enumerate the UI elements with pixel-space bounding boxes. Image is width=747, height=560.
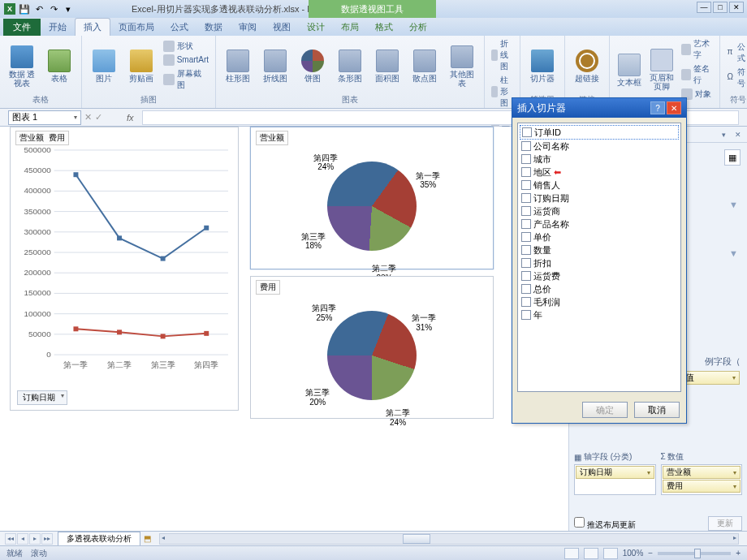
checkbox-icon[interactable] <box>521 141 531 151</box>
close-button[interactable]: ✕ <box>729 2 744 13</box>
line-chart-button[interactable]: 折线图 <box>258 46 292 84</box>
checkbox-icon[interactable] <box>521 245 531 255</box>
slicer-field-item[interactable]: 公司名称 <box>520 140 679 153</box>
pie-chart-button[interactable]: 饼图 <box>296 46 330 84</box>
slicer-field-item[interactable]: 销售人 <box>520 179 679 192</box>
pivot-table-button[interactable]: 数据 透视表 <box>5 42 39 89</box>
tab-design[interactable]: 设计 <box>299 19 333 36</box>
tab-view[interactable]: 视图 <box>265 19 299 36</box>
tab-formula[interactable]: 公式 <box>162 19 196 36</box>
checkbox-icon[interactable] <box>521 167 531 177</box>
zoom-out-button[interactable]: − <box>648 549 653 558</box>
sheet-tab[interactable]: 多透视表联动分析 <box>58 532 140 545</box>
tab-analyze[interactable]: 分析 <box>401 19 435 36</box>
view-pagelayout-button[interactable] <box>584 548 598 559</box>
slicer-field-item[interactable]: 数量 <box>520 243 679 256</box>
save-icon[interactable]: 💾 <box>18 2 31 15</box>
view-normal-button[interactable] <box>564 548 579 559</box>
sheet-nav-last[interactable]: ▸▸ <box>41 533 53 545</box>
scroll-thumb[interactable] <box>403 534 430 544</box>
column-chart-button[interactable]: 柱形图 <box>221 46 255 84</box>
table-button[interactable]: 表格 <box>42 46 76 84</box>
checkbox-icon[interactable] <box>521 232 531 242</box>
checkbox-icon[interactable] <box>521 258 531 268</box>
wordart-button[interactable]: 艺术字 <box>680 37 715 62</box>
filter-icon[interactable]: ▼ <box>729 248 741 260</box>
checkbox-icon[interactable] <box>521 310 531 320</box>
qat-more-icon[interactable]: ▾ <box>62 2 75 15</box>
accept-icon[interactable]: ✓ <box>95 112 102 123</box>
undo-icon[interactable]: ↶ <box>32 2 45 15</box>
area-chart-button[interactable]: 面积图 <box>370 46 404 84</box>
pie-chart-revenue[interactable]: 营业额 第一季35%第二季23%第三季18%第四季24% <box>250 127 494 269</box>
scatter-chart-button[interactable]: 散点图 <box>408 46 442 84</box>
slicer-field-item[interactable]: 总价 <box>520 282 679 295</box>
checkbox-icon[interactable] <box>521 297 531 307</box>
slicer-field-item[interactable]: 产品名称 <box>520 218 679 230</box>
slicer-field-item[interactable]: 毛利润 <box>520 295 679 308</box>
checkbox-icon[interactable] <box>521 154 531 164</box>
tab-insert[interactable]: 插入 <box>75 18 110 36</box>
screenshot-button[interactable]: 屏幕截图 <box>162 67 211 92</box>
dialog-close-button[interactable]: ✕ <box>667 101 681 114</box>
checkbox-icon[interactable] <box>521 284 531 294</box>
defer-layout-checkbox[interactable]: 推迟布局更新 <box>574 517 636 531</box>
slicer-field-item[interactable]: 运货商 <box>520 205 679 218</box>
filter-icon[interactable]: ▼ <box>729 200 741 211</box>
checkbox-icon[interactable] <box>521 271 531 281</box>
tab-home[interactable]: 开始 <box>41 19 75 36</box>
symbol-button[interactable]: Ω符号 <box>725 66 747 90</box>
slicer-field-item[interactable]: 运货费 <box>520 269 679 282</box>
view-pagebreak-button[interactable] <box>603 548 618 559</box>
slicer-button[interactable]: 切片器 <box>525 46 559 84</box>
value-fields-box[interactable]: 营业额费用 <box>661 464 743 495</box>
dialog-titlebar[interactable]: 插入切片器 ? ✕ <box>512 98 686 118</box>
line-chart[interactable]: 营业额费用 0500001000001500002000002500003000… <box>10 127 239 411</box>
pane-gear-icon[interactable]: ▦ <box>724 149 741 166</box>
checkbox-icon[interactable] <box>522 127 532 137</box>
value-field-item[interactable]: 费用 <box>663 480 741 493</box>
pane-close-icon[interactable]: ✕ <box>732 129 744 140</box>
dialog-cancel-button[interactable]: 取消 <box>634 402 680 418</box>
cancel-icon[interactable]: ✕ <box>84 112 92 123</box>
tab-file[interactable]: 文件 <box>3 19 41 36</box>
slicer-field-item[interactable]: 单价 <box>520 230 679 243</box>
legend-field-item[interactable]: 值 <box>681 371 740 385</box>
hyperlink-button[interactable]: 超链接 <box>570 46 604 84</box>
tab-layout2[interactable]: 布局 <box>333 19 367 36</box>
checkbox-icon[interactable] <box>521 219 531 229</box>
axis-fields-box[interactable]: 订购日期 <box>574 464 656 495</box>
new-sheet-icon[interactable]: ⬒ <box>144 534 151 543</box>
zoom-in-button[interactable]: + <box>736 549 741 558</box>
checkbox-icon[interactable] <box>521 206 531 216</box>
bar-chart-button[interactable]: 条形图 <box>333 46 367 84</box>
tab-review[interactable]: 审阅 <box>231 19 265 36</box>
signature-button[interactable]: 签名行 <box>680 62 715 87</box>
zoom-level[interactable]: 100% <box>623 549 644 558</box>
fx-icon[interactable]: fx <box>127 113 134 123</box>
horizontal-scrollbar[interactable]: ◂ ▸ <box>159 533 739 545</box>
slicer-field-list[interactable]: 订单ID公司名称城市地区 ⬅销售人订购日期运货商产品名称单价数量折扣运货费总价毛… <box>517 123 681 392</box>
checkbox-icon[interactable] <box>521 193 531 203</box>
slicer-field-item[interactable]: 年 <box>520 308 679 321</box>
sheet-nav-first[interactable]: ◂◂ <box>5 533 16 545</box>
slicer-field-item[interactable]: 订单ID <box>520 125 679 140</box>
clipart-button[interactable]: 剪贴画 <box>124 46 158 84</box>
restore-button[interactable]: □ <box>713 2 728 13</box>
slicer-field-item[interactable]: 地区 ⬅ <box>520 166 679 179</box>
checkbox-icon[interactable] <box>521 180 531 190</box>
tab-data[interactable]: 数据 <box>196 19 231 36</box>
picture-button[interactable]: 图片 <box>87 46 121 84</box>
pie-chart-cost[interactable]: 费用 第一季31%第二季24%第三季20%第四季25% <box>250 276 494 419</box>
sheet-nav-prev[interactable]: ◂ <box>17 533 28 545</box>
minimize-button[interactable]: — <box>697 2 711 13</box>
name-box[interactable]: 图表 1▾ <box>8 110 81 125</box>
equation-button[interactable]: π公式 <box>725 41 747 65</box>
sheet-nav-next[interactable]: ▸ <box>29 533 41 545</box>
tab-pagelayout[interactable]: 页面布局 <box>110 19 162 36</box>
other-chart-button[interactable]: 其他图表 <box>445 42 479 89</box>
zoom-slider[interactable] <box>658 552 731 555</box>
redo-icon[interactable]: ↷ <box>47 2 60 15</box>
slicer-field-item[interactable]: 城市 <box>520 153 679 166</box>
smartart-button[interactable]: SmartArt <box>162 54 211 67</box>
